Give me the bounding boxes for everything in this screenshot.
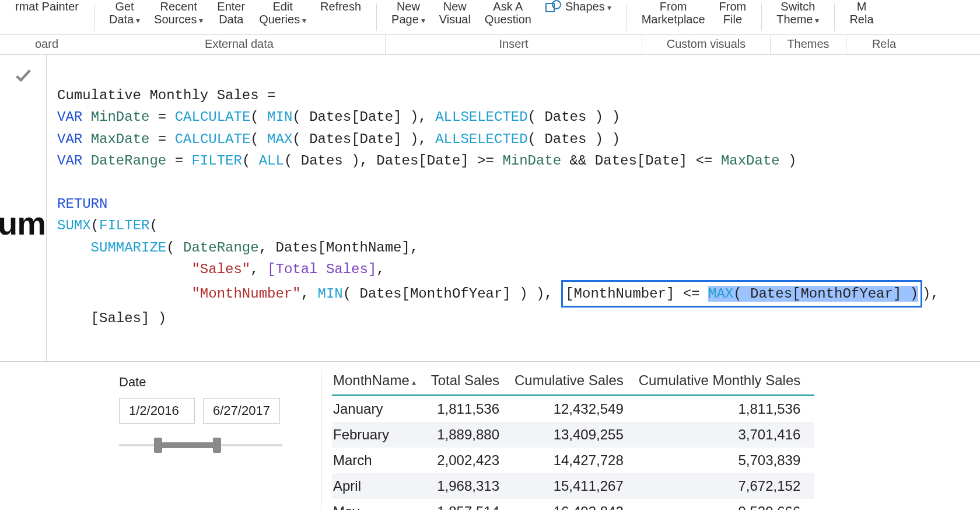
date-slicer[interactable]: Date 1/2/2016 6/27/2017 <box>88 369 286 510</box>
col-cumsales[interactable]: Cumulative Sales <box>513 369 638 396</box>
ribbon: rmat Painter Get Data Recent Sources Ent… <box>0 0 980 35</box>
file-l1: From <box>719 0 747 13</box>
col-monthname[interactable]: MonthName <box>332 369 430 396</box>
fx-l3-p3: ( Dates ) ) <box>528 131 620 147</box>
manage-relationships-button[interactable]: M Rela <box>842 0 880 26</box>
table-visual[interactable]: MonthName Total Sales Cumulative Sales C… <box>321 369 980 510</box>
fx-l4-var: VAR <box>57 153 82 169</box>
cell-totalsales: 1,857,514 <box>430 499 513 510</box>
switch-theme-button[interactable]: Switch Theme <box>769 0 826 26</box>
cell-totalsales: 1,811,536 <box>430 396 513 422</box>
fx-l2-p2: ( Dates[Date] ), <box>292 109 435 125</box>
fx-l8-s: "Sales" <box>191 261 250 277</box>
fx-l4-filter: FILTER <box>191 153 242 169</box>
fx-l4-p1: ( <box>242 153 259 169</box>
cell-cummonthly: 9,529,666 <box>638 499 814 510</box>
fx-sumx: SUMX <box>57 218 91 233</box>
cell-totalsales: 1,968,313 <box>430 473 513 499</box>
fx-l9-m: ( Dates[MonthOfYear] ) ), <box>343 286 561 302</box>
cell-cummonthly: 7,672,152 <box>638 473 814 499</box>
fx-l2-min: MIN <box>267 109 292 125</box>
ask-l1: Ask A <box>493 0 523 13</box>
fx-l1: Cumulative Monthly Sales = <box>57 88 284 103</box>
fx-l4-p3: ) <box>780 153 797 169</box>
shapes-icon <box>545 0 562 13</box>
cell-cumsales: 12,432,549 <box>513 396 638 422</box>
new-page-button[interactable]: New Page <box>384 0 432 26</box>
col-cummonthly[interactable]: Cumulative Monthly Sales <box>638 369 814 396</box>
new-page-l2: Page <box>391 13 425 26</box>
edit-l2: Queries <box>259 13 306 26</box>
cell-cumsales: 13,409,255 <box>513 422 638 448</box>
table-row[interactable]: January1,811,53612,432,5491,811,536 <box>332 396 814 422</box>
slicer-from-input[interactable]: 1/2/2016 <box>119 398 195 424</box>
ribbon-group-labels: oard External data Insert Custom visuals… <box>0 35 980 55</box>
enter-data-button[interactable]: Enter Data <box>210 0 252 26</box>
ribbon-group-insert: New Page New Visual Ask A Question Shape… <box>376 0 626 34</box>
recent-l1: Recent <box>160 0 197 13</box>
fx-l7-sum: SUMMARIZE <box>91 240 167 256</box>
fx-l7-dr: DateRange <box>183 240 259 256</box>
fx-l3-all: ALLSELECTED <box>435 131 527 147</box>
table-row[interactable]: May1,857,51416,402,8429,529,666 <box>332 499 814 510</box>
ribbon-group-relationships: M Rela <box>834 0 888 34</box>
rel-l1: M <box>857 0 867 13</box>
table-row[interactable]: March2,002,42314,427,7285,703,839 <box>332 448 814 473</box>
fx-l3-name: MaxDate <box>91 131 150 147</box>
col-totalsales[interactable]: Total Sales <box>430 369 513 396</box>
fx-l7-p1: ( <box>166 240 183 256</box>
cell-cummonthly: 1,811,536 <box>638 396 814 422</box>
group-label-rel: Rela <box>846 35 922 54</box>
cell-cumsales: 15,411,267 <box>513 473 638 499</box>
from-marketplace-button[interactable]: From Marketplace <box>635 0 712 26</box>
get-data-l1: Get <box>115 0 134 13</box>
enter-l1: Enter <box>217 0 245 13</box>
file-l2: File <box>723 13 742 26</box>
formula-editor[interactable]: Cumulative Monthly Sales = VAR MinDate =… <box>47 55 980 361</box>
format-painter-button[interactable]: rmat Painter <box>8 0 86 13</box>
fx-l3-max: MAX <box>267 131 292 147</box>
recent-sources-button[interactable]: Recent Sources <box>147 0 210 26</box>
fx-l6-p1: ( <box>91 218 99 233</box>
fx-l4-eq: = <box>166 153 191 169</box>
slicer-range-slider[interactable] <box>119 436 282 454</box>
get-data-l2: Data <box>109 13 140 26</box>
ribbon-group-clipboard: rmat Painter <box>0 0 94 34</box>
fx-l2-all: ALLSELECTED <box>435 109 527 125</box>
cell-month: March <box>332 448 430 473</box>
from-file-button[interactable]: From File <box>712 0 754 26</box>
fx-l4-minref: MinDate <box>502 153 561 169</box>
slider-handle-to[interactable] <box>213 438 221 453</box>
fx-l2-p3: ( Dates ) ) <box>528 109 620 125</box>
table-row[interactable]: April1,968,31315,411,2677,672,152 <box>332 473 814 499</box>
get-data-button[interactable]: Get Data <box>102 0 147 26</box>
ask-question-button[interactable]: Ask A Question <box>478 0 538 26</box>
format-painter-label: rmat Painter <box>15 0 79 13</box>
group-label-custom: Custom visuals <box>642 35 770 54</box>
cell-cummonthly: 5,703,839 <box>638 448 814 473</box>
table-row[interactable]: February1,889,88013,409,2553,701,416 <box>332 422 814 448</box>
theme-l2: Theme <box>776 13 819 26</box>
fx-l8-ts: [Total Sales] <box>267 261 376 277</box>
fx-box-fn: MAX <box>708 286 733 302</box>
cell-cummonthly: 3,701,416 <box>638 422 814 448</box>
group-label-themes: Themes <box>770 35 846 54</box>
ribbon-group-themes: Switch Theme <box>761 0 834 34</box>
fx-l8-e: , <box>376 261 384 277</box>
fx-l10: [Sales] ) <box>91 310 167 326</box>
refresh-button[interactable]: Refresh <box>313 0 368 13</box>
group-label-insert: Insert <box>385 35 642 54</box>
slicer-to-input[interactable]: 6/27/2017 <box>203 398 280 424</box>
refresh-label: Refresh <box>320 0 361 13</box>
table-body: January1,811,53612,432,5491,811,536Febru… <box>332 396 814 510</box>
new-visual-button[interactable]: New Visual <box>432 0 478 26</box>
shapes-button[interactable]: Shapes <box>538 0 618 13</box>
slider-handle-from[interactable] <box>154 438 162 453</box>
market-l1: From <box>660 0 687 13</box>
fx-l3-calc: CALCULATE <box>175 131 251 147</box>
edit-queries-button[interactable]: Edit Queries <box>252 0 313 26</box>
ribbon-group-customvisuals: From Marketplace From File <box>626 0 762 34</box>
fx-l3-p1: ( <box>250 131 267 147</box>
shapes-label: Shapes <box>565 0 611 13</box>
cell-month: April <box>332 473 430 499</box>
